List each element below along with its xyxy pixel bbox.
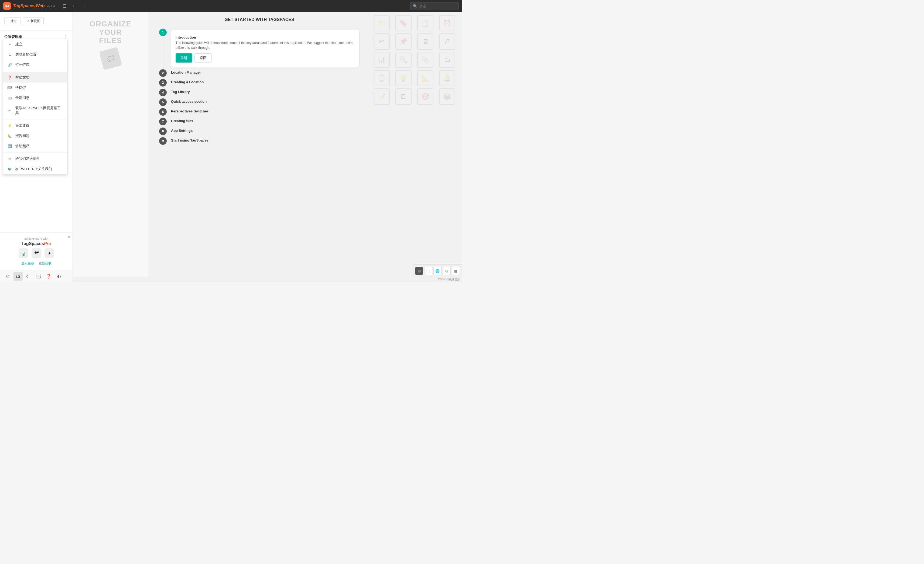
step-3-circle: 3 — [159, 79, 166, 87]
tags-button[interactable]: 🏷 — [24, 272, 33, 281]
step-7-content: Creating files — [171, 118, 360, 126]
dropdown-item-shortcuts[interactable]: ⌨ 快捷键 — [3, 82, 67, 93]
organize-text: ORGANIZE YOUR FILES — [90, 20, 132, 45]
deco-17: 📝 — [374, 88, 390, 105]
link-location-icon: 🗂 — [7, 52, 12, 57]
forward-button[interactable]: → — [80, 2, 88, 9]
report-icon: 🐛 — [7, 134, 12, 138]
deco-1: 📁 — [374, 15, 390, 31]
pro-section: ✕ achieve more with TagSpacesPro 📊 🗺 ✈ 显… — [0, 232, 72, 270]
back-button[interactable]: ← — [70, 2, 78, 9]
step-5-title: Quick access section — [171, 99, 360, 103]
step-5[interactable]: 5 Quick access section — [159, 99, 360, 106]
step-1-body: The following guide will demonstrate som… — [176, 40, 355, 50]
step-1-circle: 1 — [159, 28, 166, 36]
settings-button[interactable]: ⚙ — [3, 272, 12, 281]
dropdown-item-email[interactable]: ✉ 给我们发送邮件 — [3, 154, 67, 164]
step-forward-button[interactable]: 前进 — [176, 53, 192, 63]
split-view-button[interactable]: ⊟ — [442, 267, 451, 275]
step-2[interactable]: 2 Location Manager — [159, 69, 360, 77]
step-7[interactable]: 7 Creating files — [159, 118, 360, 126]
dropdown-item-report[interactable]: 🐛 报告问题 — [3, 131, 67, 141]
step-3-title: Creating a Location — [171, 79, 360, 84]
show-more-link[interactable]: 显示更多 — [21, 261, 34, 266]
step-9[interactable]: 9 Start using TagSpaces — [159, 137, 360, 145]
web-view-button[interactable]: 🌐 — [434, 267, 441, 275]
search-icon: 🔍 — [413, 4, 417, 8]
view-toolbar: ⊞ ☰ 🌐 ⊟ ▦ — [412, 265, 462, 277]
step-6[interactable]: 6 Perspectives Switcher — [159, 108, 360, 116]
guide-title: GET STARTED WITH TAGSPACES — [159, 17, 360, 22]
deco-5: ✂ — [374, 33, 390, 49]
create-button[interactable]: + 建立 — [4, 17, 21, 25]
step-1-content: Introduction The following guide will de… — [171, 28, 360, 67]
pro-actions: 显示更多 立刻获取 — [4, 261, 68, 266]
step-6-circle: 6 — [159, 108, 166, 116]
welcome-left: ORGANIZE YOUR FILES 🏷 — [73, 12, 148, 277]
dropdown-item-suggest[interactable]: ⚡ 提出建议 — [3, 121, 67, 131]
step-2-content: Location Manager — [171, 69, 360, 77]
sidebar: + 建立 ↗ 新视图 位置管理器 ⋮ + 建立 🗂 — [0, 12, 73, 282]
new-view-button[interactable]: ↗ 新视图 — [22, 17, 44, 25]
deco-18: 🗒 — [395, 88, 412, 105]
deco-7: 🖥 — [417, 33, 434, 49]
welcome-main: GET STARTED WITH TAGSPACES 1 Introductio… — [148, 12, 370, 277]
step-3-content: Creating a Location — [171, 79, 360, 87]
deco-13: ⌚ — [374, 70, 390, 86]
step-9-circle: 9 — [159, 137, 166, 145]
right-panel: 📁 🔖 📋 ⏰ ✂ 📌 🖥 🖨 📊 🔍 📎 🗂 ⌚ 💡 — [370, 12, 462, 277]
deco-3: 📋 — [417, 15, 434, 31]
step-9-title: Start using TagSpaces — [171, 137, 360, 142]
bookmarks-button[interactable]: 📑 — [34, 272, 43, 281]
menu-button[interactable]: ☰ — [61, 2, 68, 10]
email-icon: ✉ — [7, 157, 12, 161]
step-5-circle: 5 — [159, 99, 166, 106]
get-now-link[interactable]: 立刻获取 — [39, 261, 51, 266]
main-layout: + 建立 ↗ 新视图 位置管理器 ⋮ + 建立 🗂 — [0, 12, 462, 282]
list-view-button[interactable]: ☰ — [424, 267, 432, 275]
step-8[interactable]: 8 App Settings — [159, 127, 360, 135]
dropdown-item-clipper[interactable]: ✂ 获取TAGSPACES网页剪藏工具 — [3, 103, 67, 118]
grid-view-button[interactable]: ⊞ — [415, 267, 423, 275]
dropdown-divider-1 — [3, 71, 67, 71]
dropdown-divider-2 — [3, 119, 67, 120]
nav-controls: ☰ ← → — [61, 2, 88, 10]
kanban-view-button[interactable]: ▦ — [452, 267, 460, 275]
step-2-circle: 2 — [159, 69, 166, 77]
bottom-toolbar: ⚙ 🗂 🏷 📑 ❓ ◐ — [0, 270, 72, 282]
twitter-icon: 🐦 — [7, 167, 12, 171]
translate-icon: 🔤 — [7, 144, 12, 148]
dropdown-item-link-location[interactable]: 🗂 关联新的位置 — [3, 49, 67, 60]
step-4[interactable]: 4 Tag Library — [159, 89, 360, 96]
app-version: v5.4.4 — [46, 4, 55, 7]
step-back-button[interactable]: 返回 — [195, 53, 212, 63]
theme-button[interactable]: ◐ — [54, 272, 64, 281]
pro-close-button[interactable]: ✕ — [67, 235, 70, 239]
help-bottom-button[interactable]: ❓ — [44, 272, 53, 281]
dropdown-item-create[interactable]: + 建立 — [3, 39, 67, 49]
dropdown-item-translate[interactable]: 🔤 协助翻译 — [3, 141, 67, 151]
step-9-content: Start using TagSpaces — [171, 137, 360, 145]
search-input[interactable] — [410, 2, 459, 10]
step-3[interactable]: 3 Creating a Location — [159, 79, 360, 87]
pro-achieve-text: achieve more with — [4, 237, 68, 240]
dropdown-item-help[interactable]: ❓ 帮助文档 — [3, 72, 67, 82]
location-button[interactable]: 🗂 — [14, 272, 22, 281]
step-1-title: Introduction — [176, 34, 355, 39]
step-2-title: Location Manager — [171, 69, 360, 75]
content-area: ORGANIZE YOUR FILES 🏷 GET STARTED WITH T… — [73, 12, 462, 282]
dropdown-item-twitter[interactable]: 🐦 在TWITTER上关注我们 — [3, 164, 67, 174]
deco-11: 📎 — [417, 52, 434, 68]
dropdown-item-open-link[interactable]: 🔗 打开链接 — [3, 60, 67, 70]
dropdown-item-news[interactable]: 📖 最新消息 — [3, 93, 67, 103]
create-icon: + — [7, 42, 12, 46]
step-6-content: Perspectives Switcher — [171, 108, 360, 116]
deco-16: 🔔 — [439, 70, 455, 86]
dropdown-menu: + 建立 🗂 关联新的位置 🔗 打开链接 ❓ 帮助文档 — [3, 39, 68, 174]
logo-area: 🏷 TagSpacesWeb v5.4.4 — [3, 2, 55, 10]
step-1-buttons: 前进 返回 — [176, 53, 355, 63]
step-8-content: App Settings — [171, 127, 360, 135]
deco-19: 🎯 — [417, 88, 434, 105]
dropdown-divider-3 — [3, 152, 67, 153]
clipper-icon: ✂ — [7, 109, 12, 113]
